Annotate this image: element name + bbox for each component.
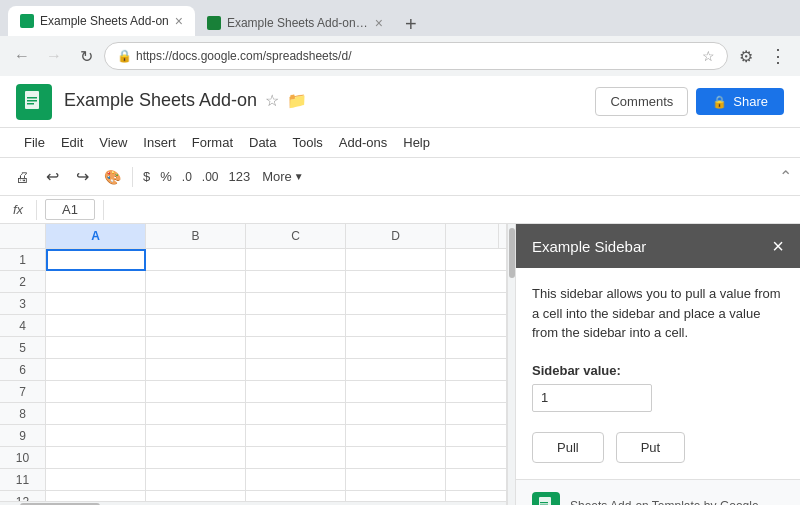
undo-icon[interactable]: ↩ (38, 163, 66, 191)
cell-B2[interactable] (146, 271, 246, 293)
col-header-a[interactable]: A (46, 224, 146, 248)
cell-A8[interactable] (46, 403, 146, 425)
tab-inactive-close-icon[interactable]: × (375, 15, 383, 31)
col-header-c[interactable]: C (246, 224, 346, 248)
address-bar[interactable]: 🔒 https://docs.google.com/spreadsheets/d… (104, 42, 728, 70)
v-scrollbar-thumb[interactable] (509, 228, 515, 278)
new-tab-button[interactable]: + (399, 13, 423, 36)
cell-D2[interactable] (346, 271, 446, 293)
forward-button[interactable]: → (40, 42, 68, 70)
cell-B4[interactable] (146, 315, 246, 337)
cell-B5[interactable] (146, 337, 246, 359)
browser-menu-button[interactable]: ⋮ (764, 42, 792, 70)
menu-edit[interactable]: Edit (53, 131, 91, 154)
cell-B6[interactable] (146, 359, 246, 381)
row-number[interactable]: 9 (0, 425, 46, 446)
menu-help[interactable]: Help (395, 131, 438, 154)
row-number[interactable]: 6 (0, 359, 46, 380)
cell-A3[interactable] (46, 293, 146, 315)
cell-D9[interactable] (346, 425, 446, 447)
cell-B8[interactable] (146, 403, 246, 425)
put-button[interactable]: Put (616, 432, 686, 463)
cell-D6[interactable] (346, 359, 446, 381)
redo-icon[interactable]: ↪ (68, 163, 96, 191)
cell-B1[interactable] (146, 249, 246, 271)
percent-btn[interactable]: % (156, 169, 176, 184)
sidebar-close-button[interactable]: × (772, 236, 784, 256)
cell-A7[interactable] (46, 381, 146, 403)
cell-C7[interactable] (246, 381, 346, 403)
cell-D3[interactable] (346, 293, 446, 315)
back-button[interactable]: ← (8, 42, 36, 70)
currency-btn[interactable]: $ (139, 169, 154, 184)
cell-D7[interactable] (346, 381, 446, 403)
more-button[interactable]: More ▼ (256, 165, 310, 188)
menu-addons[interactable]: Add-ons (331, 131, 395, 154)
cell-reference[interactable]: A1 (45, 199, 95, 220)
extensions-icon[interactable]: ⚙ (732, 42, 760, 70)
cell-D1[interactable] (346, 249, 446, 271)
cell-A11[interactable] (46, 469, 146, 491)
cell-D12[interactable] (346, 491, 446, 501)
sidebar-value-input[interactable] (532, 384, 652, 412)
cell-C10[interactable] (246, 447, 346, 469)
menu-file[interactable]: File (16, 131, 53, 154)
row-number[interactable]: 8 (0, 403, 46, 424)
cell-C5[interactable] (246, 337, 346, 359)
tab-inactive[interactable]: Example Sheets Add-on - Goo... × (195, 10, 395, 36)
row-number[interactable]: 12 (0, 491, 46, 501)
row-number[interactable]: 3 (0, 293, 46, 314)
cell-A2[interactable] (46, 271, 146, 293)
cell-D5[interactable] (346, 337, 446, 359)
cell-A9[interactable] (46, 425, 146, 447)
star-icon[interactable]: ☆ (702, 48, 715, 64)
cell-C2[interactable] (246, 271, 346, 293)
cell-D8[interactable] (346, 403, 446, 425)
print-icon[interactable]: 🖨 (8, 163, 36, 191)
cell-B3[interactable] (146, 293, 246, 315)
cell-A12[interactable] (46, 491, 146, 501)
row-number[interactable]: 4 (0, 315, 46, 336)
cell-C4[interactable] (246, 315, 346, 337)
cell-D4[interactable] (346, 315, 446, 337)
pull-button[interactable]: Pull (532, 432, 604, 463)
reload-button[interactable]: ↻ (72, 42, 100, 70)
share-button[interactable]: 🔒 Share (696, 88, 784, 115)
comments-button[interactable]: Comments (595, 87, 688, 116)
collapse-toolbar-icon[interactable]: ⌃ (779, 167, 792, 186)
menu-view[interactable]: View (91, 131, 135, 154)
cell-C6[interactable] (246, 359, 346, 381)
cell-C8[interactable] (246, 403, 346, 425)
cell-A10[interactable] (46, 447, 146, 469)
menu-tools[interactable]: Tools (284, 131, 330, 154)
cell-D11[interactable] (346, 469, 446, 491)
row-number[interactable]: 7 (0, 381, 46, 402)
menu-format[interactable]: Format (184, 131, 241, 154)
row-number[interactable]: 1 (0, 249, 46, 270)
cell-B11[interactable] (146, 469, 246, 491)
cell-C11[interactable] (246, 469, 346, 491)
col-header-b[interactable]: B (146, 224, 246, 248)
decimal2-btn[interactable]: .00 (198, 170, 223, 184)
row-number[interactable]: 10 (0, 447, 46, 468)
star-doc-icon[interactable]: ☆ (265, 91, 279, 110)
menu-data[interactable]: Data (241, 131, 284, 154)
cell-A6[interactable] (46, 359, 146, 381)
row-number[interactable]: 5 (0, 337, 46, 358)
cell-A5[interactable] (46, 337, 146, 359)
cell-A1[interactable] (46, 249, 146, 271)
col-header-d[interactable]: D (346, 224, 446, 248)
cell-B10[interactable] (146, 447, 246, 469)
tab-active[interactable]: Example Sheets Add-on × (8, 6, 195, 36)
cell-A4[interactable] (46, 315, 146, 337)
cell-B7[interactable] (146, 381, 246, 403)
h-scrollbar[interactable] (0, 501, 506, 505)
paint-format-icon[interactable]: 🎨 (98, 163, 126, 191)
cell-C9[interactable] (246, 425, 346, 447)
cell-B9[interactable] (146, 425, 246, 447)
cell-C12[interactable] (246, 491, 346, 501)
cell-D10[interactable] (346, 447, 446, 469)
cell-B12[interactable] (146, 491, 246, 501)
menu-insert[interactable]: Insert (135, 131, 184, 154)
folder-icon[interactable]: 📁 (287, 91, 307, 110)
